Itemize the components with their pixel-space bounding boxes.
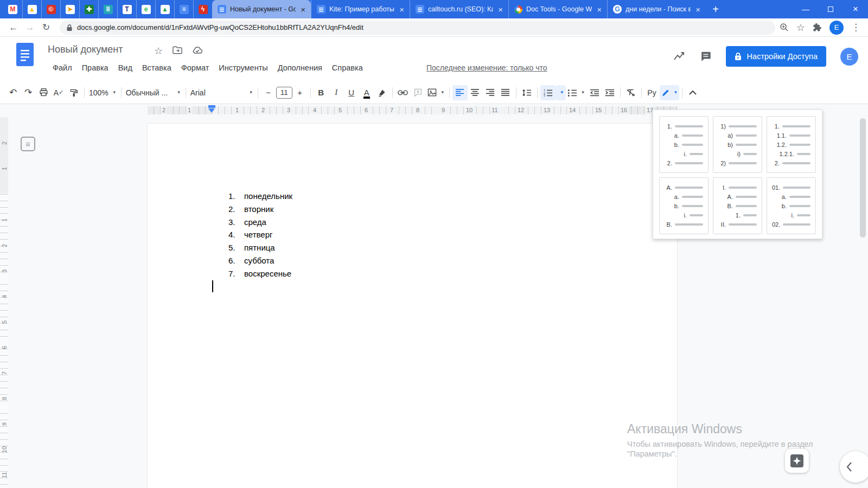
font-size-decrease[interactable]: − bbox=[261, 85, 276, 100]
document-outline-button[interactable]: ≡ bbox=[21, 137, 35, 151]
menu-item-5[interactable]: Инструменты bbox=[214, 61, 272, 74]
increase-indent-button[interactable] bbox=[602, 85, 617, 100]
pinned-tab-copyright[interactable]: © bbox=[41, 0, 60, 18]
list-style-decimal[interactable]: 1.a.b.i.2. bbox=[659, 116, 709, 173]
pinned-tab-google-drive-2[interactable]: ▲ bbox=[155, 0, 174, 18]
insert-image-button[interactable]: ▼ bbox=[426, 85, 446, 100]
pinned-tab-google-docs[interactable]: ≡ bbox=[174, 0, 193, 18]
last-edit-link[interactable]: Последнее изменение: только что bbox=[426, 63, 547, 72]
vertical-scrollbar[interactable] bbox=[860, 118, 866, 237]
document-page[interactable]: 1.понедельник2.вторник3.среда4.четверг5.… bbox=[148, 124, 677, 488]
align-justify-button[interactable] bbox=[498, 85, 513, 100]
redo-button[interactable]: ↷ bbox=[21, 85, 36, 100]
browser-menu-icon[interactable]: ⋮ bbox=[851, 22, 860, 33]
italic-button[interactable]: I bbox=[329, 85, 344, 100]
list-style-roman[interactable]: I.A.B.1.II. bbox=[713, 177, 762, 234]
menu-item-7[interactable]: Справка bbox=[327, 61, 368, 74]
editing-mode-button[interactable]: ▼ bbox=[660, 85, 680, 100]
list-style-upper-alpha[interactable]: A.a.b.i.B. bbox=[659, 177, 709, 234]
menu-item-6[interactable]: Дополнения bbox=[273, 61, 327, 74]
document-title[interactable]: Новый документ bbox=[48, 44, 123, 55]
list-style-multilevel[interactable]: 1.1.1.1.2.1.2.1.2. bbox=[767, 116, 816, 173]
browser-tab-0[interactable]: Новый документ - Goo× bbox=[212, 0, 311, 18]
clear-formatting-button[interactable] bbox=[623, 85, 639, 100]
paint-format-button[interactable] bbox=[66, 85, 81, 100]
forward-button[interactable]: → bbox=[22, 22, 38, 33]
menu-item-2[interactable]: Вид bbox=[113, 61, 137, 74]
left-indent-handle[interactable] bbox=[208, 108, 215, 113]
reload-button[interactable]: ↻ bbox=[38, 22, 54, 33]
pinned-tab-google-drive[interactable]: ▲ bbox=[22, 0, 41, 18]
numbered-list-dropdown[interactable]: ▼ bbox=[556, 85, 566, 100]
list-style-paren[interactable]: 1)a)b)i)2) bbox=[713, 116, 762, 173]
browser-tab-4[interactable]: Gдни недели - Поиск в× bbox=[607, 0, 706, 18]
address-bar[interactable]: docs.google.com/document/d/1nFxtdAWvtPg-… bbox=[60, 21, 775, 35]
close-window-button[interactable]: × bbox=[843, 0, 868, 18]
star-document-icon[interactable]: ☆ bbox=[154, 45, 163, 57]
menu-item-3[interactable]: Вставка bbox=[137, 61, 176, 74]
close-tab-icon[interactable]: × bbox=[497, 5, 504, 14]
print-button[interactable] bbox=[36, 85, 51, 100]
numbered-list-button[interactable]: 123 bbox=[540, 85, 556, 100]
cloud-saved-icon[interactable] bbox=[192, 46, 203, 56]
text-color-button[interactable]: A bbox=[359, 85, 374, 100]
bulleted-list-button[interactable]: ▼ bbox=[566, 85, 587, 100]
insights-icon[interactable] bbox=[673, 50, 686, 62]
pinned-tab-send[interactable]: ➤ bbox=[60, 0, 79, 18]
move-folder-icon[interactable] bbox=[173, 46, 182, 56]
align-right-button[interactable] bbox=[483, 85, 498, 100]
browser-tab-2[interactable]: calltouch.ru (SEO): Как р× bbox=[410, 0, 508, 18]
share-button[interactable]: Настройки Доступа bbox=[726, 46, 826, 67]
zoom-icon[interactable] bbox=[780, 23, 789, 32]
browser-avatar[interactable]: E bbox=[829, 21, 844, 35]
line-spacing-button[interactable] bbox=[519, 85, 534, 100]
pinned-tab-green-cross[interactable]: ✚ bbox=[79, 0, 98, 18]
undo-button[interactable]: ↶ bbox=[5, 85, 21, 100]
list-style-leading-zero[interactable]: 01.a.b.i.02. bbox=[767, 177, 816, 234]
align-center-button[interactable] bbox=[468, 85, 483, 100]
highlight-color-button[interactable] bbox=[374, 85, 390, 100]
pinned-tab-trello[interactable]: II bbox=[98, 0, 117, 18]
font-size-increase[interactable]: + bbox=[292, 85, 308, 100]
bold-button[interactable]: B bbox=[314, 85, 329, 100]
back-button[interactable]: ← bbox=[5, 22, 22, 33]
menu-item-1[interactable]: Правка bbox=[77, 61, 113, 74]
explore-button[interactable] bbox=[785, 449, 809, 473]
pinned-tab-evernote[interactable]: e bbox=[136, 0, 155, 18]
pinned-tab-yandex-metrika[interactable]: ϟ bbox=[193, 0, 212, 18]
minimize-button[interactable]: — bbox=[793, 0, 818, 18]
collapse-toolbar-button[interactable] bbox=[685, 85, 700, 100]
input-tools-button[interactable]: Ру bbox=[644, 85, 660, 100]
paragraph-style-select[interactable]: Обычный ...▼ bbox=[124, 85, 183, 100]
close-tab-icon[interactable]: × bbox=[596, 5, 603, 14]
spellcheck-button[interactable]: A✓ bbox=[51, 85, 66, 100]
docs-logo[interactable] bbox=[16, 43, 34, 66]
pinned-tab-letter-t[interactable]: T bbox=[117, 0, 136, 18]
first-line-indent-handle[interactable] bbox=[208, 105, 215, 108]
hide-panel-button[interactable] bbox=[840, 451, 868, 483]
account-avatar[interactable]: E bbox=[840, 48, 858, 66]
comments-icon[interactable] bbox=[700, 50, 712, 62]
extensions-puzzle-icon[interactable] bbox=[813, 23, 822, 32]
list-style-row: I. bbox=[718, 183, 757, 192]
new-tab-button[interactable]: + bbox=[706, 0, 725, 18]
align-left-button[interactable] bbox=[452, 85, 468, 100]
bookmark-star-icon[interactable]: ☆ bbox=[796, 22, 805, 34]
close-tab-icon[interactable]: × bbox=[398, 5, 405, 14]
browser-tab-1[interactable]: Kite: Пример работы п× bbox=[311, 0, 410, 18]
maximize-button[interactable] bbox=[818, 0, 843, 18]
add-comment-button[interactable] bbox=[411, 85, 426, 100]
insert-link-button[interactable] bbox=[395, 85, 411, 100]
menu-item-4[interactable]: Формат bbox=[176, 61, 214, 74]
pinned-tab-gmail[interactable]: M bbox=[3, 0, 22, 18]
browser-tab-3[interactable]: Doc Tools - Google Wor× bbox=[508, 0, 607, 18]
zoom-select[interactable]: 100%▼ bbox=[87, 85, 118, 100]
decrease-indent-button[interactable] bbox=[587, 85, 602, 100]
close-tab-icon[interactable]: × bbox=[299, 5, 307, 14]
font-select[interactable]: Arial▼ bbox=[189, 85, 255, 100]
underline-button[interactable]: U bbox=[344, 85, 359, 100]
menu-item-0[interactable]: Файл bbox=[48, 61, 77, 74]
font-size-value[interactable]: 11 bbox=[276, 87, 292, 99]
close-tab-icon[interactable]: × bbox=[694, 5, 701, 14]
left-indent-marker[interactable] bbox=[208, 105, 215, 113]
